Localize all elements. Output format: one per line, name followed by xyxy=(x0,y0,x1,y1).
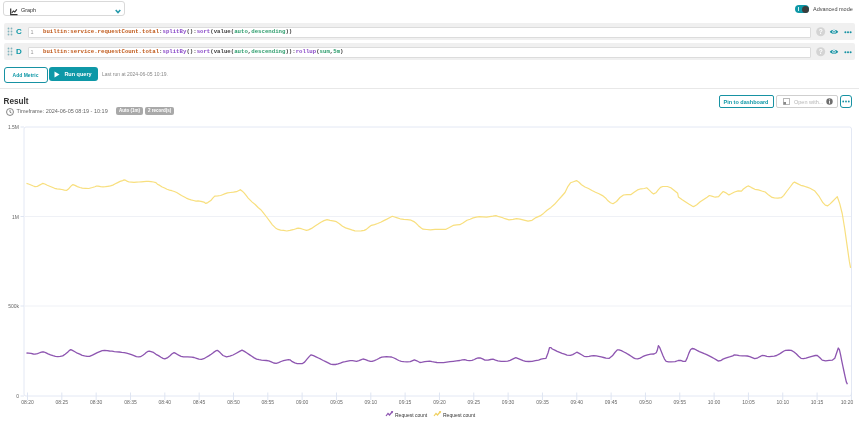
svg-text:10:00: 10:00 xyxy=(708,399,721,405)
svg-text:08:35: 08:35 xyxy=(124,399,137,405)
svg-text:10:15: 10:15 xyxy=(811,399,824,405)
svg-text:08:25: 08:25 xyxy=(56,399,69,405)
svg-text:09:45: 09:45 xyxy=(605,399,618,405)
svg-text:09:05: 09:05 xyxy=(330,399,343,405)
svg-text:08:55: 08:55 xyxy=(262,399,275,405)
svg-text:08:40: 08:40 xyxy=(159,399,172,405)
svg-text:09:00: 09:00 xyxy=(296,399,309,405)
svg-text:09:55: 09:55 xyxy=(674,399,687,405)
svg-text:10:05: 10:05 xyxy=(742,399,755,405)
svg-text:08:20: 08:20 xyxy=(21,399,34,405)
svg-text:Request count: Request count xyxy=(443,412,476,418)
svg-text:09:25: 09:25 xyxy=(468,399,481,405)
svg-text:09:10: 09:10 xyxy=(365,399,378,405)
svg-text:08:50: 08:50 xyxy=(227,399,240,405)
svg-text:0: 0 xyxy=(16,393,19,399)
svg-text:09:15: 09:15 xyxy=(399,399,412,405)
svg-text:09:50: 09:50 xyxy=(639,399,652,405)
svg-text:09:35: 09:35 xyxy=(536,399,549,405)
svg-text:Request count: Request count xyxy=(395,412,428,418)
svg-text:1.5M: 1.5M xyxy=(8,124,19,130)
svg-text:10:10: 10:10 xyxy=(777,399,790,405)
svg-text:09:40: 09:40 xyxy=(571,399,584,405)
svg-text:09:20: 09:20 xyxy=(433,399,446,405)
svg-text:1M: 1M xyxy=(12,214,19,220)
svg-text:500k: 500k xyxy=(8,303,19,309)
svg-text:08:30: 08:30 xyxy=(90,399,103,405)
svg-text:09:30: 09:30 xyxy=(502,399,515,405)
svg-text:08:45: 08:45 xyxy=(193,399,206,405)
svg-text:10:20: 10:20 xyxy=(841,399,854,405)
